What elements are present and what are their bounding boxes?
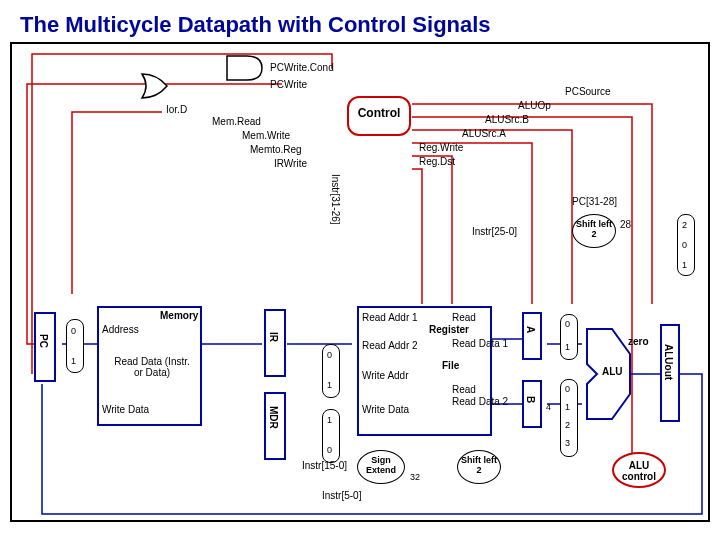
bus-instr3126: Instr[31-26] bbox=[330, 174, 341, 225]
sig-regdst: Reg.Dst bbox=[419, 156, 455, 167]
bus-w32: 32 bbox=[410, 472, 420, 482]
port-writedata2: Write Data bbox=[362, 404, 409, 415]
ir-register bbox=[264, 309, 286, 377]
mdr-label: MDR bbox=[268, 406, 279, 429]
mux-iord-1: 1 bbox=[71, 356, 76, 366]
mux-regdst-1: 1 bbox=[327, 380, 332, 390]
shift-left-2-top: Shift left 2 bbox=[572, 214, 616, 248]
sig-regwrite: Reg.Write bbox=[419, 142, 463, 153]
port-address: Address bbox=[102, 324, 139, 335]
port-writeaddr: Write Addr bbox=[362, 370, 409, 381]
a-register bbox=[522, 312, 542, 360]
sig-iord: Ior.D bbox=[166, 104, 187, 115]
alu-label: ALU bbox=[602, 366, 623, 377]
sign-extend: Sign Extend bbox=[357, 450, 405, 484]
sig-pcsource: PCSource bbox=[565, 86, 611, 97]
mux-concat-0: 0 bbox=[682, 240, 687, 250]
sig-memtoreg: Memto.Reg bbox=[250, 144, 302, 155]
ir-label: IR bbox=[268, 332, 279, 342]
port-readaddr2: Read Addr 2 bbox=[362, 340, 418, 351]
shift-left-2-bot: Shift left 2 bbox=[457, 450, 501, 484]
mux-alusrcb-1: 1 bbox=[565, 402, 570, 412]
a-label: A bbox=[525, 326, 536, 333]
mux-alusrca-1: 1 bbox=[565, 342, 570, 352]
bus-instr50: Instr[5-0] bbox=[322, 490, 361, 501]
control-block: Control bbox=[347, 96, 411, 136]
datapath-canvas: PCWrite.Cond PCWrite Ior.D Mem.Read Mem.… bbox=[10, 42, 710, 522]
port-readdata: Read Data (Instr. or Data) bbox=[112, 356, 192, 378]
port-readdata1: Read bbox=[452, 312, 490, 323]
sig-memwrite: Mem.Write bbox=[242, 130, 290, 141]
memory-label: Memory bbox=[160, 310, 198, 321]
mux-memtoreg-0: 0 bbox=[327, 445, 332, 455]
bus-pc3128: PC[31-28] bbox=[572, 196, 617, 207]
sig-pcwrite: PCWrite bbox=[270, 79, 307, 90]
zero-label: zero bbox=[628, 336, 649, 347]
bus-w28: 28 bbox=[620, 219, 631, 230]
sig-pcwritecond: PCWrite.Cond bbox=[270, 62, 334, 73]
regfile-sub: File bbox=[442, 360, 459, 371]
const-4: 4 bbox=[546, 402, 551, 412]
mux-alusrcb-2: 2 bbox=[565, 420, 570, 430]
pc-label: PC bbox=[38, 334, 49, 348]
bus-instr250: Instr[25-0] bbox=[472, 226, 517, 237]
port-writedata: Write Data bbox=[102, 404, 149, 415]
mux-iord-0: 0 bbox=[71, 326, 76, 336]
port-readdata2: Read Data 2 bbox=[452, 396, 508, 407]
sig-aluop: ALUOp bbox=[518, 100, 551, 111]
alu-control: ALU control bbox=[612, 452, 666, 488]
b-register bbox=[522, 380, 542, 428]
port-readaddr1: Read Addr 1 bbox=[362, 312, 418, 323]
mux-alusrcb-0: 0 bbox=[565, 384, 570, 394]
sig-alusrca: ALUSrc.A bbox=[462, 128, 506, 139]
aluout-label: ALUout bbox=[663, 344, 674, 380]
sig-irwrite: IRWrite bbox=[274, 158, 307, 169]
port-readdata1b: Read Data 1 bbox=[452, 338, 508, 349]
bus-instr150: Instr[15-0] bbox=[302, 460, 347, 471]
mux-alusrca-0: 0 bbox=[565, 319, 570, 329]
b-label: B bbox=[525, 396, 536, 403]
mux-regdst-0: 0 bbox=[327, 350, 332, 360]
mux-concat-1: 1 bbox=[682, 260, 687, 270]
mux-concat-2: 2 bbox=[682, 220, 687, 230]
mux-alusrcb-3: 3 bbox=[565, 438, 570, 448]
regfile-title: Register bbox=[429, 324, 469, 335]
sig-memread: Mem.Read bbox=[212, 116, 261, 127]
port-readdata2a: Read bbox=[452, 384, 476, 395]
sig-alusrcb: ALUSrc.B bbox=[485, 114, 529, 125]
mux-memtoreg-1: 1 bbox=[327, 415, 332, 425]
